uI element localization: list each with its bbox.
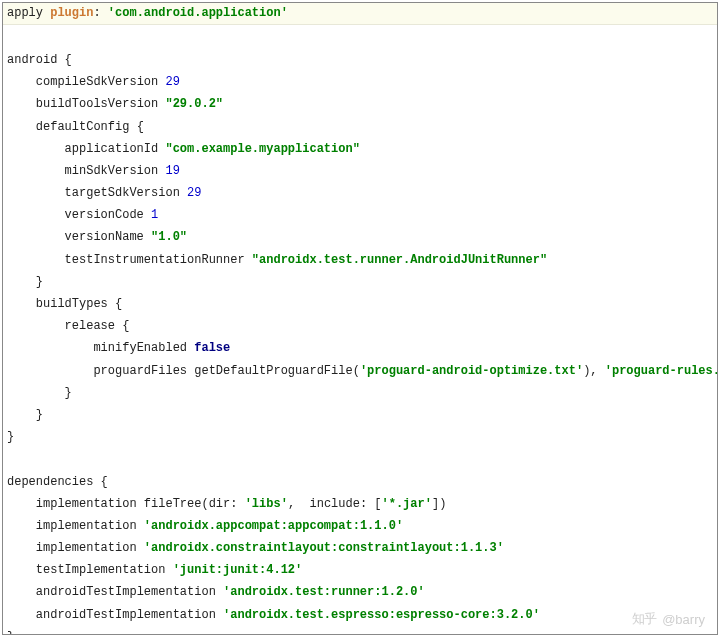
code-token: implementation bbox=[36, 541, 144, 555]
code-token: implementation fileTree( bbox=[36, 497, 209, 511]
code-token: implementation bbox=[36, 519, 144, 533]
code-token: include bbox=[309, 497, 359, 511]
code-token: androidTestImplementation bbox=[36, 585, 223, 599]
code-token: 'androidx.test.espresso:espresso-core:3.… bbox=[223, 608, 540, 622]
code-token: testImplementation bbox=[36, 563, 173, 577]
code-token: 'androidx.test:runner:1.2.0' bbox=[223, 585, 425, 599]
code-token: ]) bbox=[432, 497, 446, 511]
code-token: "1.0" bbox=[151, 230, 187, 244]
code-token: 'libs' bbox=[245, 497, 288, 511]
code-token: compileSdkVersion bbox=[36, 75, 166, 89]
code-token: 'proguard-rules.pro' bbox=[605, 364, 718, 378]
code-token: 'proguard-android-optimize.txt' bbox=[360, 364, 583, 378]
code-token: 'com.android.application' bbox=[108, 6, 288, 20]
code-token: buildToolsVersion bbox=[36, 97, 166, 111]
code-token: versionCode bbox=[65, 208, 151, 222]
code-line: } bbox=[36, 275, 43, 289]
code-token: 19 bbox=[165, 164, 179, 178]
code-token: apply bbox=[7, 6, 43, 20]
code-token: applicationId bbox=[65, 142, 166, 156]
code-token: targetSdkVersion bbox=[65, 186, 187, 200]
code-token: 1 bbox=[151, 208, 158, 222]
code-token: minSdkVersion bbox=[65, 164, 166, 178]
code-token: '*.jar' bbox=[382, 497, 432, 511]
code-line: buildTypes { bbox=[36, 297, 122, 311]
code-line: defaultConfig { bbox=[36, 120, 144, 134]
code-line: } bbox=[7, 630, 14, 635]
code-token: 29 bbox=[165, 75, 179, 89]
code-token: proguardFiles getDefaultProguardFile( bbox=[93, 364, 359, 378]
code-line: dependencies { bbox=[7, 475, 108, 489]
code-line: } bbox=[36, 408, 43, 422]
code-token: 'androidx.constraintlayout:constraintlay… bbox=[144, 541, 504, 555]
code-body: android { compileSdkVersion 29 buildTool… bbox=[3, 25, 717, 635]
code-line: android { bbox=[7, 53, 72, 67]
code-token: dir bbox=[209, 497, 231, 511]
code-token: "29.0.2" bbox=[165, 97, 223, 111]
code-token: : [ bbox=[360, 497, 382, 511]
code-token: plugin bbox=[43, 6, 93, 20]
code-token: : bbox=[93, 6, 107, 20]
code-line-highlighted: apply plugin: 'com.android.application' bbox=[3, 3, 717, 25]
code-token: 'junit:junit:4.12' bbox=[173, 563, 303, 577]
code-line: release { bbox=[65, 319, 130, 333]
code-token: 'androidx.appcompat:appcompat:1.1.0' bbox=[144, 519, 403, 533]
code-token: androidTestImplementation bbox=[36, 608, 223, 622]
code-token: ), bbox=[583, 364, 605, 378]
code-token: , bbox=[288, 497, 310, 511]
code-editor-panel: apply plugin: 'com.android.application' … bbox=[2, 2, 718, 635]
code-token: versionName bbox=[65, 230, 151, 244]
code-token: "androidx.test.runner.AndroidJUnitRunner… bbox=[252, 253, 547, 267]
code-line: } bbox=[65, 386, 72, 400]
code-token: : bbox=[230, 497, 244, 511]
code-token: "com.example.myapplication" bbox=[165, 142, 359, 156]
code-token: testInstrumentationRunner bbox=[65, 253, 252, 267]
code-token: 29 bbox=[187, 186, 201, 200]
code-token: false bbox=[194, 341, 230, 355]
code-line: } bbox=[7, 430, 14, 444]
code-token: minifyEnabled bbox=[93, 341, 194, 355]
